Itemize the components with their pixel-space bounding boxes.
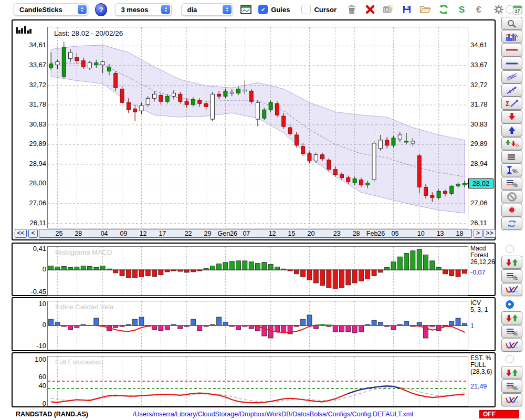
refresh-button[interactable] — [436, 3, 452, 16]
icv-chart[interactable]: Indice Calidad Vela — [47, 301, 468, 350]
macd-chart[interactable]: Histograma MACD — [47, 246, 468, 296]
date-axis-label: 12 — [133, 230, 152, 237]
lines-percent-button[interactable]: % — [501, 380, 522, 393]
euro-button[interactable]: € — [472, 3, 488, 16]
trendline-icon — [506, 86, 518, 95]
stochastic-axis: 10060400 — [14, 353, 46, 406]
date-axis-label: 12 — [263, 230, 282, 237]
period-select[interactable]: 3 mesos ▲▼ — [115, 3, 172, 16]
guies-checkbox[interactable]: ✓ Guies — [258, 5, 290, 14]
interval-value: dia — [187, 6, 197, 14]
arrows-updown-icon — [505, 258, 519, 267]
refresh-blue-button[interactable] — [501, 217, 522, 230]
price-axis-label: 34,61 — [14, 41, 46, 49]
channel-icon — [505, 72, 519, 81]
date-axis-label: 04 — [95, 230, 114, 237]
channel-button[interactable] — [501, 70, 522, 83]
date-axis-label: 17 — [153, 230, 172, 237]
sum-trend-button[interactable]: Σ — [501, 97, 522, 110]
lines-percent-button[interactable]: % — [501, 269, 522, 282]
cursor-checkbox[interactable]: Cursor — [301, 5, 337, 14]
scroll-next-button[interactable]: > — [474, 229, 482, 238]
app: CandleSticks ▲▼ ? 3 mesos ▲▼ dia ▲▼ ✓ Gu… — [0, 0, 525, 420]
config-path: /Users/mserra/Library/CloudStorage/Dropb… — [79, 411, 467, 418]
arrows-updown-button[interactable] — [501, 256, 522, 269]
signal-arrows-button[interactable] — [501, 137, 522, 150]
date-axis-label: 20 — [301, 230, 320, 237]
axis-label: 0,41 — [14, 245, 46, 253]
scroll-last-button[interactable]: >> — [484, 229, 496, 238]
stochastic-chart[interactable]: Full Estocastico — [47, 356, 468, 406]
date-axis-label: 10 — [412, 230, 430, 237]
date-axis: << < 2528040912172229Gen26071215202328Fe… — [14, 229, 492, 239]
chart-type-select[interactable]: CandleSticks ▲▼ — [14, 3, 88, 16]
off-button[interactable]: OFF — [479, 410, 519, 418]
svg-text:%: % — [512, 275, 518, 281]
arrows-updown-icon — [505, 314, 519, 322]
price-chart[interactable]: Last: 28.02 - 20/02/26 — [47, 27, 468, 228]
delete-button[interactable] — [362, 3, 378, 16]
indicator-value: -0,07 — [470, 269, 486, 276]
blue-hline-button[interactable] — [501, 57, 522, 70]
date-axis-label: 22 — [179, 230, 198, 237]
date-axis-label: 23 — [328, 230, 346, 237]
lines-percent-icon: % — [506, 327, 518, 337]
price-axis-label: 30,83 — [14, 120, 46, 128]
sync-button[interactable]: S — [454, 3, 470, 16]
status-bar: RANDSTAD (RAND.AS) /Users/mserra/Library… — [0, 408, 525, 420]
chart-window-button[interactable] — [238, 3, 253, 16]
price-axis-label: 28,94 — [14, 160, 46, 167]
open-button[interactable] — [417, 3, 433, 16]
scroll-first-button[interactable]: << — [15, 229, 27, 238]
red-hline-button[interactable] — [501, 44, 522, 57]
scroll-prev-button[interactable]: < — [28, 229, 38, 238]
lines-percent-button[interactable]: % — [501, 325, 522, 338]
price-axis-label: 31,78 — [470, 100, 495, 108]
wave-icon — [505, 341, 519, 350]
snapshot-button[interactable] — [381, 3, 396, 16]
tool-sidebar: Σ%%%%% — [498, 0, 525, 420]
last-price-tag: 28,02 — [468, 178, 494, 188]
panel-radio-2[interactable] — [506, 355, 514, 363]
wave-button[interactable] — [501, 393, 522, 406]
zoom-button[interactable] — [501, 17, 522, 30]
main-chart-radio[interactable] — [506, 5, 514, 14]
sync-icon: S — [457, 4, 467, 15]
lines-percent-button[interactable]: % — [501, 177, 522, 190]
save-icon — [402, 5, 412, 14]
svg-text:%: % — [512, 182, 518, 188]
save-button[interactable] — [399, 3, 415, 16]
panel-radio-1[interactable] — [506, 300, 514, 309]
wave-button[interactable] — [501, 339, 522, 352]
arrow-up-blue-button[interactable] — [501, 123, 522, 136]
axis-label: 0 — [14, 400, 46, 407]
help-button[interactable]: ? — [95, 3, 108, 16]
indicator-params: EST. % FULL (28,3,6) — [470, 355, 497, 375]
stochastic-svg — [48, 356, 468, 406]
interval-select[interactable]: dia ▲▼ — [181, 3, 233, 16]
svg-text:%: % — [512, 168, 518, 174]
price-axis-left: 34,6133,6732,7231,7830,8329,8928,9428,00… — [14, 20, 46, 239]
symbol-label: RANDSTAD (RAND.AS) — [16, 411, 88, 418]
price-axis-label: 28,00 — [14, 179, 46, 187]
candlestick-svg — [48, 27, 468, 228]
indicator-params: ICV 5, 3, 1 — [470, 300, 497, 313]
arrows-updown-button[interactable] — [501, 366, 522, 379]
arrow-down-red-icon — [507, 112, 517, 121]
arrows-updown-button[interactable] — [501, 311, 522, 324]
wave-button[interactable] — [501, 283, 522, 296]
panel-radio-0[interactable] — [506, 245, 514, 253]
measure-vertical-percent-button[interactable]: % — [501, 163, 522, 176]
date-axis-label: 13 — [431, 230, 450, 237]
axis-label: 100 — [14, 355, 46, 363]
price-axis-label: 30,83 — [470, 120, 495, 128]
trash-button[interactable] — [344, 3, 360, 16]
arrow-down-red-button[interactable] — [501, 110, 522, 123]
trendline-button[interactable] — [501, 83, 522, 97]
forbidden-button[interactable] — [501, 190, 522, 203]
lines-percent-icon: % — [506, 271, 518, 281]
record-button[interactable] — [501, 204, 522, 217]
volume-chart-button[interactable] — [501, 30, 522, 43]
icv-panel: 100-10 Indice Calidad Vela ICV 5, 3, 1 1 — [12, 297, 496, 351]
list-lines-button[interactable] — [501, 150, 522, 163]
